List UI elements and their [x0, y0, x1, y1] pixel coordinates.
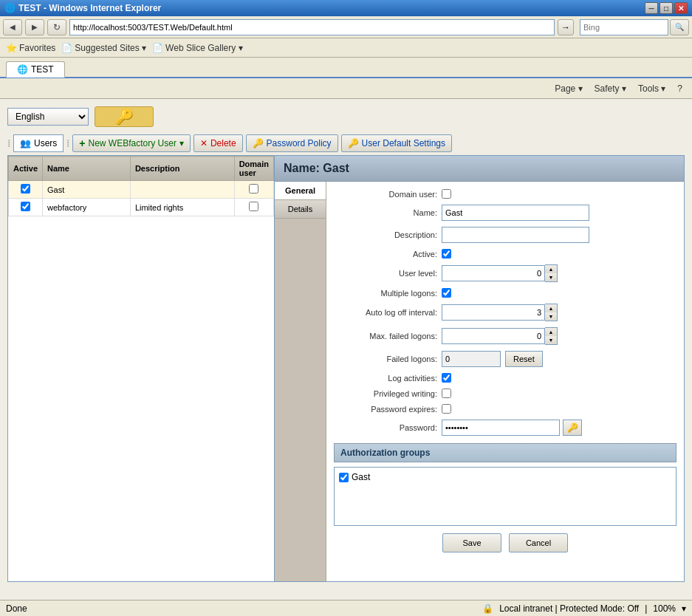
- max-failed-down[interactable]: ▼: [545, 336, 557, 344]
- password-expires-row: Password expires:: [334, 404, 676, 414]
- tools-menu[interactable]: Tools ▾: [634, 81, 669, 96]
- row-description: Limited rights: [130, 199, 234, 216]
- password-label: Password:: [334, 423, 437, 432]
- detail-body: General Details Domain user: Name:: [275, 182, 684, 581]
- description-row: Description:: [334, 227, 676, 243]
- go-button[interactable]: →: [558, 19, 574, 35]
- auto-logoff-spin-buttons: ▲ ▼: [545, 304, 558, 321]
- split-layout: Active Name Description Domain user Gast…: [7, 155, 685, 582]
- zoom-control[interactable]: 100%: [653, 603, 676, 614]
- address-input[interactable]: [69, 19, 555, 35]
- zoom-arrow-icon: ▾: [682, 603, 686, 614]
- save-button[interactable]: Save: [442, 533, 501, 552]
- name-label: Name:: [334, 208, 437, 217]
- failed-logons-input[interactable]: [442, 351, 501, 367]
- row-description: [130, 181, 234, 199]
- table-row[interactable]: Gast: [9, 181, 274, 199]
- delete-icon: ✕: [200, 138, 208, 148]
- page-menu[interactable]: Page ▾: [551, 81, 586, 96]
- language-select[interactable]: English German: [7, 108, 89, 126]
- auto-logoff-row: Auto log off interval: ▲ ▼: [334, 304, 676, 321]
- forward-button[interactable]: ▶: [25, 19, 44, 35]
- user-default-settings-button[interactable]: 🔑 User Default Settings: [341, 134, 452, 152]
- browser-tab[interactable]: 🌐 TEST: [6, 61, 65, 78]
- privileged-checkbox[interactable]: [442, 389, 451, 398]
- close-button[interactable]: ✕: [674, 2, 688, 14]
- password-input[interactable]: [442, 420, 560, 436]
- failed-logons-row: Failed logons: Reset: [334, 351, 676, 367]
- auto-logoff-spinbox: ▲ ▼: [442, 304, 558, 321]
- new-user-button[interactable]: + New WEBfactory User ▾: [72, 134, 191, 152]
- active-checkbox[interactable]: [442, 249, 451, 259]
- address-bar: ◀ ▶ ↻ → 🔍: [0, 16, 692, 38]
- tab-details[interactable]: Details: [275, 200, 326, 219]
- auth-gast-checkbox[interactable]: [339, 473, 349, 482]
- user-level-up[interactable]: ▲: [545, 265, 557, 273]
- description-input[interactable]: [442, 227, 589, 243]
- delete-button[interactable]: ✕ Delete: [193, 134, 243, 152]
- safety-menu[interactable]: Safety ▾: [591, 81, 630, 96]
- star-icon: ⭐: [6, 43, 17, 53]
- max-failed-spin-buttons: ▲ ▼: [545, 327, 558, 345]
- row-domain-checkbox[interactable]: [249, 202, 258, 211]
- row-domain-checkbox[interactable]: [249, 184, 258, 194]
- favorites-item[interactable]: ⭐ Favorites: [6, 43, 55, 53]
- auto-logoff-input[interactable]: [442, 304, 545, 321]
- max-failed-input[interactable]: [442, 328, 545, 344]
- log-activities-row: Log activities:: [334, 373, 676, 383]
- status-security-icon: 🔒: [482, 603, 493, 614]
- user-level-spin-buttons: ▲ ▼: [545, 264, 558, 282]
- drag-handle-left[interactable]: ⁞: [7, 137, 10, 149]
- name-input[interactable]: [442, 205, 589, 221]
- password-expires-checkbox[interactable]: [442, 404, 451, 414]
- window-title: TEST - Windows Internet Explorer: [18, 3, 161, 13]
- drag-handle-right[interactable]: ⁞: [66, 137, 69, 149]
- plus-icon: +: [79, 137, 85, 149]
- minimize-button[interactable]: ─: [645, 2, 658, 14]
- maximize-button[interactable]: □: [660, 2, 673, 14]
- reload-button[interactable]: ↻: [47, 19, 66, 35]
- row-active-checkbox[interactable]: [21, 184, 30, 194]
- cancel-button[interactable]: Cancel: [509, 533, 568, 552]
- password-key-button[interactable]: 🔑: [563, 420, 582, 436]
- max-failed-up[interactable]: ▲: [545, 328, 557, 336]
- status-left: Done: [6, 603, 27, 614]
- reset-button[interactable]: Reset: [505, 351, 543, 367]
- max-failed-row: Max. failed logons: ▲ ▼: [334, 327, 676, 345]
- user-table: Active Name Description Domain user Gast…: [8, 156, 274, 216]
- status-bar: Done 🔒 Local intranet | Protected Mode: …: [0, 600, 692, 616]
- ie-toolbar: Page ▾ Safety ▾ Tools ▾ ?: [0, 78, 692, 99]
- suggested-sites-item[interactable]: 📄 Suggested Sites ▾: [61, 43, 146, 53]
- domain-user-checkbox[interactable]: [442, 189, 451, 199]
- back-button[interactable]: ◀: [3, 19, 22, 35]
- search-button[interactable]: 🔍: [670, 19, 689, 35]
- table-row[interactable]: webfactoryLimited rights: [9, 199, 274, 216]
- language-bar: English German 🔑: [7, 106, 685, 127]
- browser-icon: 🌐: [4, 3, 16, 13]
- auth-groups-header: Authorization groups: [334, 443, 676, 462]
- tab-bar: 🌐 TEST: [0, 58, 692, 78]
- multiple-logons-checkbox[interactable]: [442, 288, 451, 298]
- help-menu[interactable]: ?: [674, 81, 686, 96]
- favorites-bar: ⭐ Favorites 📄 Suggested Sites ▾ 📄 Web Sl…: [0, 38, 692, 58]
- user-level-label: User level:: [334, 269, 437, 278]
- settings-icon: 🔑: [348, 138, 359, 148]
- log-activities-checkbox[interactable]: [442, 373, 451, 383]
- search-input[interactable]: [580, 19, 668, 35]
- webslice-item[interactable]: 📄 Web Slice Gallery ▾: [152, 43, 242, 53]
- auth-gast-label: Gast: [352, 472, 370, 482]
- log-activities-label: Log activities:: [334, 374, 437, 383]
- password-policy-button[interactable]: 🔑 Password Policy: [246, 134, 338, 152]
- auto-logoff-down[interactable]: ▼: [545, 312, 557, 321]
- main-area: English German 🔑 ⁞ 👥 Users ⁞ + New WEBfa…: [0, 99, 692, 600]
- tab-general[interactable]: General: [275, 182, 326, 200]
- row-active-checkbox[interactable]: [21, 202, 30, 211]
- suggested-icon: 📄: [61, 43, 72, 53]
- domain-user-row: Domain user:: [334, 189, 676, 199]
- user-level-down[interactable]: ▼: [545, 273, 557, 281]
- password-controls: 🔑: [442, 420, 582, 436]
- auto-logoff-up[interactable]: ▲: [545, 304, 557, 312]
- user-level-input[interactable]: [442, 265, 545, 281]
- detail-content: Domain user: Name: Description:: [326, 182, 684, 581]
- name-row: Name:: [334, 205, 676, 221]
